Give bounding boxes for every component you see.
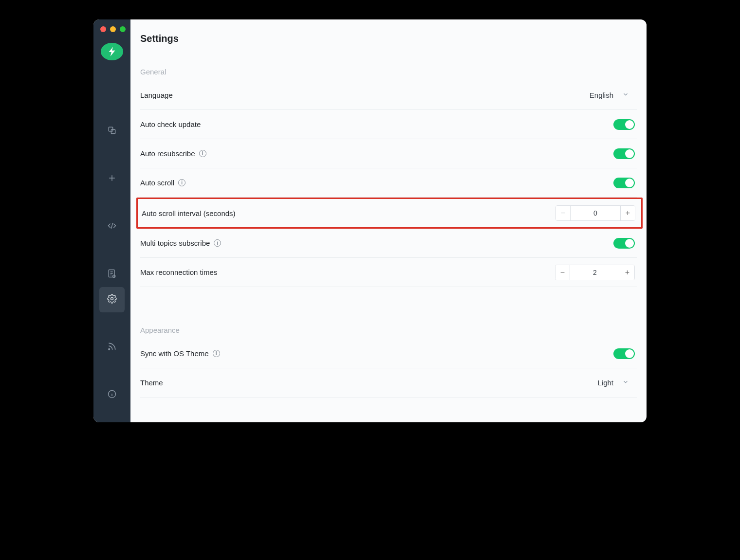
info-icon[interactable]: i (178, 179, 185, 186)
row-auto-scroll-interval: Auto scroll interval (seconds) − + (142, 199, 637, 227)
app-logo (101, 43, 123, 60)
sidebar-item-connections[interactable] (99, 119, 125, 144)
chevron-down-icon (622, 379, 629, 387)
max-reconnect-stepper: − + (555, 265, 635, 280)
info-icon (107, 389, 117, 401)
auto-scroll-toggle[interactable] (613, 178, 635, 188)
max-reconnect-label: Max reconnection times (140, 268, 217, 276)
svg-point-5 (109, 349, 110, 350)
auto-scroll-interval-stepper: − + (555, 205, 635, 221)
sidebar-item-about[interactable] (99, 382, 125, 408)
sync-os-theme-label: Sync with OS Theme (140, 349, 209, 358)
sync-os-theme-toggle[interactable] (613, 348, 635, 359)
sidebar (93, 19, 130, 422)
svg-point-4 (111, 298, 113, 300)
row-sync-os-theme: Sync with OS Theme i (140, 339, 637, 368)
auto-resubscribe-toggle[interactable] (613, 148, 635, 159)
sidebar-item-feed[interactable] (99, 335, 125, 360)
stepper-increment-button[interactable]: + (620, 206, 635, 220)
stepper-decrement-button[interactable]: − (556, 206, 571, 220)
auto-resubscribe-label: Auto resubscribe (140, 149, 195, 158)
page-title: Settings (140, 33, 647, 44)
language-select[interactable]: English (590, 91, 635, 99)
chevron-down-icon (622, 91, 629, 99)
auto-scroll-interval-input[interactable] (571, 206, 620, 220)
max-reconnect-input[interactable] (570, 265, 620, 280)
sidebar-item-scripts[interactable] (99, 214, 125, 239)
theme-select[interactable]: Light (597, 379, 635, 387)
row-theme: Theme Light (140, 368, 637, 397)
info-icon[interactable]: i (199, 150, 206, 157)
gear-icon (107, 294, 117, 306)
code-icon (107, 221, 117, 233)
theme-value: Light (597, 379, 613, 387)
window-controls (100, 26, 126, 32)
log-icon (107, 269, 117, 280)
plus-icon (107, 173, 117, 185)
row-auto-resubscribe: Auto resubscribe i (140, 139, 637, 168)
multi-topics-toggle[interactable] (613, 238, 635, 249)
info-icon[interactable]: i (214, 239, 221, 247)
sidebar-item-new[interactable] (99, 166, 125, 192)
theme-label: Theme (140, 379, 163, 387)
svg-rect-0 (109, 127, 112, 131)
auto-scroll-label: Auto scroll (140, 179, 174, 187)
rss-icon (107, 342, 117, 353)
sidebar-item-logs[interactable] (99, 262, 125, 287)
section-general-label: General (140, 68, 647, 76)
info-icon[interactable]: i (213, 350, 220, 357)
multi-topics-label: Multi topics subscribe (140, 239, 210, 247)
row-auto-scroll: Auto scroll i (140, 168, 637, 198)
highlighted-row: Auto scroll interval (seconds) − + (136, 198, 643, 229)
auto-check-update-label: Auto check update (140, 120, 201, 128)
app-window: Settings General Language English Auto c… (93, 19, 647, 422)
auto-check-update-toggle[interactable] (613, 119, 635, 130)
stepper-decrement-button[interactable]: − (555, 265, 570, 280)
row-max-reconnect: Max reconnection times − + (140, 258, 637, 287)
main-content: Settings General Language English Auto c… (130, 19, 647, 422)
section-appearance-label: Appearance (140, 326, 647, 334)
row-auto-check-update: Auto check update (140, 110, 637, 139)
language-label: Language (140, 91, 173, 99)
close-window-button[interactable] (100, 26, 106, 32)
auto-scroll-interval-label: Auto scroll interval (seconds) (142, 209, 236, 217)
maximize-window-button[interactable] (120, 26, 126, 32)
row-multi-topics: Multi topics subscribe i (140, 229, 637, 258)
minimize-window-button[interactable] (110, 26, 116, 32)
svg-rect-1 (111, 129, 115, 133)
sidebar-item-settings[interactable] (99, 287, 125, 312)
language-value: English (590, 91, 613, 99)
copy-icon (107, 126, 117, 137)
row-language: Language English (140, 81, 637, 110)
stepper-increment-button[interactable]: + (620, 265, 634, 280)
